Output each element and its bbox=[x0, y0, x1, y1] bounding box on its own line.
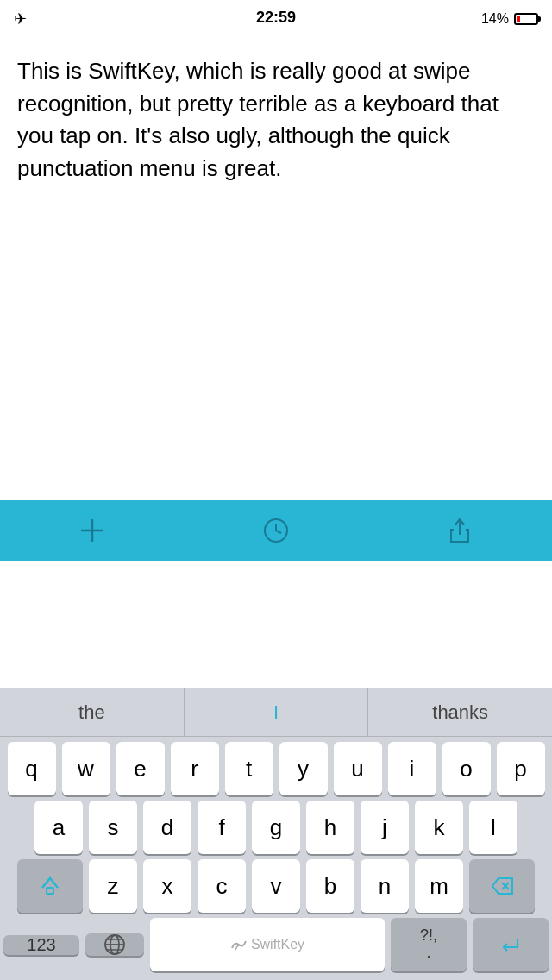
keyboard-row-3: z x c v b n m bbox=[0, 854, 552, 913]
key-q[interactable]: q bbox=[8, 742, 56, 795]
share-button[interactable] bbox=[438, 509, 481, 552]
key-e[interactable]: e bbox=[116, 742, 165, 795]
key-k[interactable]: k bbox=[415, 801, 463, 854]
swiftkey-logo: SwiftKey bbox=[230, 937, 304, 952]
return-icon bbox=[499, 935, 523, 954]
status-right: 14% bbox=[481, 11, 538, 27]
key-y[interactable]: y bbox=[279, 742, 328, 795]
key-t[interactable]: t bbox=[225, 742, 273, 795]
space-key[interactable]: SwiftKey bbox=[150, 918, 385, 971]
key-v[interactable]: v bbox=[252, 859, 300, 913]
return-key[interactable] bbox=[473, 918, 549, 971]
key-m[interactable]: m bbox=[415, 859, 463, 913]
shift-icon bbox=[38, 874, 62, 898]
globe-key[interactable] bbox=[85, 933, 144, 956]
key-o[interactable]: o bbox=[442, 742, 491, 795]
prediction-right[interactable]: thanks bbox=[368, 688, 552, 736]
keyboard-row-4: 123 SwiftKey ?!, . bbox=[0, 913, 552, 980]
key-s[interactable]: s bbox=[89, 801, 137, 854]
key-w[interactable]: w bbox=[62, 742, 110, 795]
punctuation-top: ?!, bbox=[420, 927, 437, 945]
key-n[interactable]: n bbox=[361, 859, 409, 913]
keyboard-row-1: q w e r t y u i o p bbox=[0, 737, 552, 795]
key-r[interactable]: r bbox=[171, 742, 219, 795]
airplane-icon: ✈ bbox=[14, 9, 27, 28]
svg-line-4 bbox=[276, 531, 281, 533]
swiftkey-logo-icon bbox=[230, 938, 248, 952]
prediction-middle[interactable]: I bbox=[184, 688, 369, 736]
key-i[interactable]: i bbox=[388, 742, 436, 795]
shift-key[interactable] bbox=[17, 859, 83, 913]
key-x[interactable]: x bbox=[143, 859, 191, 913]
prediction-left[interactable]: the bbox=[0, 688, 184, 736]
key-f[interactable]: f bbox=[198, 801, 246, 854]
add-button[interactable] bbox=[71, 509, 114, 552]
key-u[interactable]: u bbox=[334, 742, 382, 795]
key-g[interactable]: g bbox=[252, 801, 300, 854]
battery-percentage: 14% bbox=[481, 11, 509, 27]
toolbar bbox=[0, 500, 552, 561]
history-button[interactable] bbox=[254, 509, 298, 552]
numbers-key[interactable]: 123 bbox=[3, 935, 79, 955]
prediction-bar: the I thanks bbox=[0, 688, 552, 737]
status-time: 22:59 bbox=[256, 9, 296, 27]
key-b[interactable]: b bbox=[306, 859, 354, 913]
key-d[interactable]: d bbox=[143, 801, 191, 854]
main-text: This is SwiftKey, which is really good a… bbox=[17, 58, 499, 181]
battery-icon bbox=[514, 13, 538, 25]
key-j[interactable]: j bbox=[361, 801, 409, 854]
keyboard: the I thanks q w e r t y u i o p a s d f… bbox=[0, 688, 552, 980]
delete-icon bbox=[490, 876, 514, 895]
clock-icon bbox=[261, 516, 291, 545]
share-icon bbox=[445, 516, 474, 545]
status-bar: ✈ 22:59 14% bbox=[0, 0, 552, 38]
globe-icon bbox=[104, 933, 126, 956]
key-z[interactable]: z bbox=[89, 859, 137, 913]
key-p[interactable]: p bbox=[497, 742, 545, 795]
status-left: ✈ bbox=[14, 9, 27, 28]
key-h[interactable]: h bbox=[306, 801, 354, 854]
punctuation-bottom: . bbox=[426, 945, 430, 962]
key-l[interactable]: l bbox=[469, 801, 518, 854]
key-c[interactable]: c bbox=[198, 859, 246, 913]
punctuation-key[interactable]: ?!, . bbox=[391, 918, 467, 971]
key-a[interactable]: a bbox=[34, 801, 83, 854]
plus-icon bbox=[78, 516, 107, 545]
swiftkey-text: SwiftKey bbox=[251, 937, 304, 952]
battery-fill bbox=[517, 16, 520, 22]
keyboard-row-2: a s d f g h j k l bbox=[0, 795, 552, 854]
delete-key[interactable] bbox=[469, 859, 535, 913]
svg-rect-6 bbox=[47, 888, 53, 894]
text-area[interactable]: This is SwiftKey, which is really good a… bbox=[0, 38, 552, 469]
